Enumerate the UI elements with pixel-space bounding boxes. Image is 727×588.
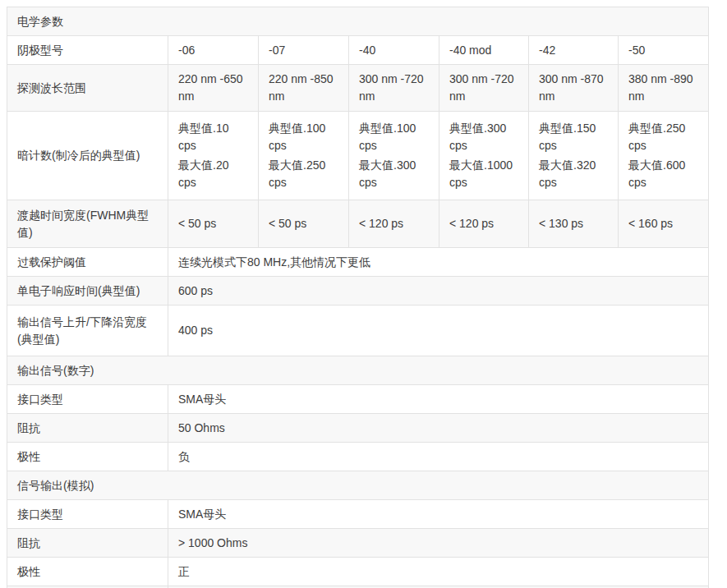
row-label-dark-count: 暗计数(制冷后的典型值) bbox=[7, 112, 168, 200]
spec-page: 电学参数 阴极型号 -06 -07 -40 -40 mod -42 -50 探测… bbox=[0, 0, 727, 588]
table-row-wavelength-range: 探测波长范围 220 nm -650 nm 220 nm -850 nm 300… bbox=[7, 65, 709, 112]
wavelength-cell: 300 nm -720 nm bbox=[349, 65, 439, 112]
table-row-single-electron-response: 单电子响应时间(典型值) 600 ps bbox=[7, 277, 709, 305]
transit-time-cell: < 50 ps bbox=[259, 200, 349, 248]
row-label-output-edge-width: 输出信号上升/下降沿宽度(典型值) bbox=[7, 305, 168, 356]
dark-count-max: 最大值.300 cps bbox=[359, 157, 429, 191]
transit-time-cell: < 160 ps bbox=[619, 200, 709, 248]
row-label-impedance: 阻抗 bbox=[7, 414, 168, 443]
table-row-transit-time: 渡越时间宽度(FWHM典型值) < 50 ps < 50 ps < 120 ps… bbox=[7, 200, 709, 248]
dark-count-cell: 典型值.10 cps 最大值.20 cps bbox=[168, 112, 259, 200]
transit-time-cell: < 130 ps bbox=[529, 200, 619, 248]
wavelength-cell: 300 nm -720 nm bbox=[439, 65, 529, 112]
cathode-model-cell-40: -40 bbox=[349, 36, 439, 65]
dark-count-cell: 典型值.250 cps 最大值.600 cps bbox=[619, 112, 709, 200]
electrical-parameters-table: 电学参数 阴极型号 -06 -07 -40 -40 mod -42 -50 探测… bbox=[7, 7, 709, 588]
cathode-model-cell-50: -50 bbox=[619, 36, 709, 65]
table-row-dark-count: 暗计数(制冷后的典型值) 典型值.10 cps 最大值.20 cps 典型值.1… bbox=[7, 112, 709, 200]
wavelength-cell: 220 nm -850 nm bbox=[259, 65, 349, 112]
digital-polarity-value: 负 bbox=[168, 443, 709, 471]
table-row-analog-polarity: 极性 正 bbox=[7, 558, 709, 586]
cathode-model-cell-42: -42 bbox=[529, 36, 619, 65]
table-row-digital-connector: 接口类型 SMA母头 bbox=[7, 385, 709, 414]
transit-time-cell: < 120 ps bbox=[349, 200, 439, 248]
table-row-digital-polarity: 极性 负 bbox=[7, 443, 709, 471]
transit-time-cell: < 120 ps bbox=[439, 200, 529, 248]
overload-threshold-value: 连续光模式下80 MHz,其他情况下更低 bbox=[168, 248, 709, 277]
section-title-analog-output: 信号输出(模拟) bbox=[7, 471, 709, 500]
row-label-wavelength-range: 探测波长范围 bbox=[7, 65, 168, 112]
dark-count-cell: 典型值.100 cps 最大值.300 cps bbox=[349, 112, 439, 200]
dark-count-typical: 典型值.150 cps bbox=[539, 120, 608, 154]
row-label-transit-time: 渡越时间宽度(FWHM典型值) bbox=[7, 200, 168, 248]
section-row-electrical: 电学参数 bbox=[7, 7, 709, 36]
dark-count-typical: 典型值.10 cps bbox=[178, 120, 248, 154]
dark-count-max: 最大值.320 cps bbox=[539, 157, 608, 191]
table-row-output-edge-width: 输出信号上升/下降沿宽度(典型值) 400 ps bbox=[7, 305, 709, 356]
dark-count-cell: 典型值.150 cps 最大值.320 cps bbox=[529, 112, 619, 200]
row-label-polarity: 极性 bbox=[7, 558, 168, 586]
analog-polarity-value: 正 bbox=[168, 558, 709, 586]
dark-count-max: 最大值.20 cps bbox=[178, 157, 248, 191]
table-row-overload-threshold: 过载保护阈值 连续光模式下80 MHz,其他情况下更低 bbox=[7, 248, 709, 277]
row-label-single-electron-response: 单电子响应时间(典型值) bbox=[7, 277, 168, 305]
wavelength-cell: 220 nm -650 nm bbox=[168, 65, 259, 112]
row-label-impedance: 阻抗 bbox=[7, 529, 168, 558]
dark-count-cell: 典型值.100 cps 最大值.250 cps bbox=[259, 112, 349, 200]
row-label-overload-threshold: 过载保护阈值 bbox=[7, 248, 168, 277]
section-title-electrical: 电学参数 bbox=[7, 7, 709, 36]
dark-count-typical: 典型值.250 cps bbox=[628, 120, 698, 154]
output-edge-width-value: 400 ps bbox=[168, 305, 709, 356]
table-row-digital-impedance: 阻抗 50 Ohms bbox=[7, 414, 709, 443]
digital-impedance-value: 50 Ohms bbox=[168, 414, 709, 443]
dark-count-max: 最大值.1000 cps bbox=[449, 157, 518, 191]
analog-impedance-value: > 1000 Ohms bbox=[168, 529, 709, 558]
dark-count-cell: 典型值.300 cps 最大值.1000 cps bbox=[439, 112, 529, 200]
dark-count-typical: 典型值.100 cps bbox=[359, 120, 429, 154]
analog-connector-value: SMA母头 bbox=[168, 500, 709, 529]
cathode-model-cell-06: -06 bbox=[168, 36, 259, 65]
section-row-digital-output: 输出信号(数字) bbox=[7, 356, 709, 385]
dark-count-typical: 典型值.300 cps bbox=[449, 120, 518, 154]
dark-count-typical: 典型值.100 cps bbox=[269, 120, 338, 154]
cathode-model-cell-07: -07 bbox=[259, 36, 349, 65]
row-label-polarity: 极性 bbox=[7, 443, 168, 471]
single-electron-response-value: 600 ps bbox=[168, 277, 709, 305]
wavelength-cell: 380 nm -890 nm bbox=[619, 65, 709, 112]
row-label-connector-type: 接口类型 bbox=[7, 385, 168, 414]
section-title-digital-output: 输出信号(数字) bbox=[7, 356, 709, 385]
table-row-cathode-model: 阴极型号 -06 -07 -40 -40 mod -42 -50 bbox=[7, 36, 709, 65]
section-row-analog-output: 信号输出(模拟) bbox=[7, 471, 709, 500]
table-row-analog-connector: 接口类型 SMA母头 bbox=[7, 500, 709, 529]
row-label-connector-type: 接口类型 bbox=[7, 500, 168, 529]
wavelength-cell: 300 nm -870 nm bbox=[529, 65, 619, 112]
dark-count-max: 最大值.250 cps bbox=[269, 157, 338, 191]
cathode-model-cell-40mod: -40 mod bbox=[439, 36, 529, 65]
digital-connector-value: SMA母头 bbox=[168, 385, 709, 414]
row-label-cathode-model: 阴极型号 bbox=[7, 36, 168, 65]
dark-count-max: 最大值.600 cps bbox=[628, 157, 698, 191]
table-row-analog-impedance: 阻抗 > 1000 Ohms bbox=[7, 529, 709, 558]
transit-time-cell: < 50 ps bbox=[168, 200, 259, 248]
